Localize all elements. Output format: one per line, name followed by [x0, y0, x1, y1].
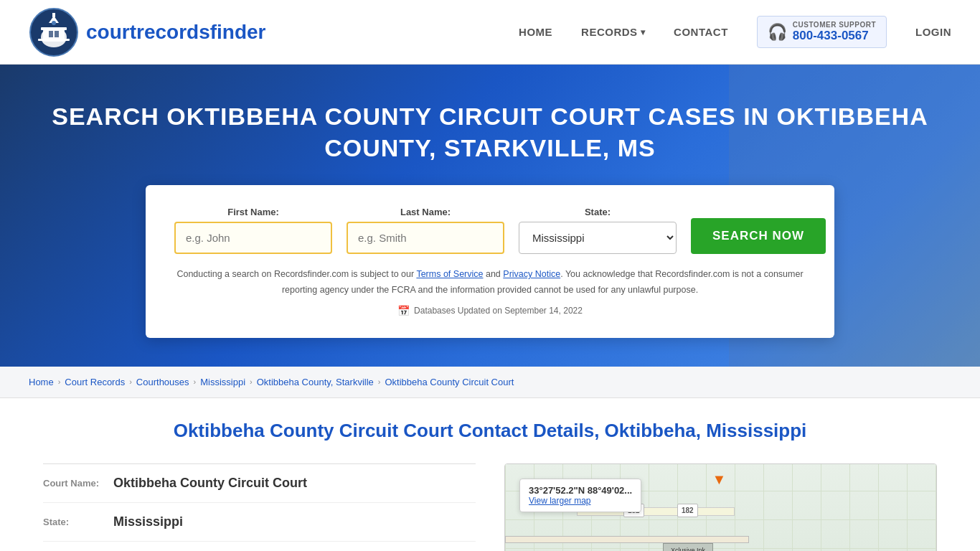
main-content: Oktibbeha County Circuit Court Contact D… [0, 398, 980, 551]
logo-icon [29, 7, 79, 57]
map-building-label: Xclusive InkTattoo Company [659, 547, 717, 551]
breadcrumb-sep-2: › [129, 377, 132, 386]
breadcrumb-sep-1: › [58, 377, 61, 386]
last-name-label: Last Name: [347, 207, 504, 217]
nav-home[interactable]: HOME [519, 26, 552, 38]
court-name-value: Oktibbeha County Circuit Court [113, 476, 307, 491]
svg-point-9 [52, 21, 56, 25]
search-card: First Name: Last Name: State: Mississipp… [146, 185, 834, 338]
view-larger-map-link[interactable]: View larger map [529, 496, 590, 506]
hero-section: SEARCH OKTIBBEHA COUNTY CIRCUIT COURT CA… [0, 65, 980, 367]
map-section: 182 182 Xclusive InkTattoo Company Oktib… [504, 463, 937, 551]
breadcrumb-sep-3: › [194, 377, 197, 386]
last-name-group: Last Name: [347, 207, 504, 254]
breadcrumb-courthouses[interactable]: Courthouses [136, 377, 189, 387]
search-now-button[interactable]: SEARCH NOW [691, 218, 826, 254]
svg-rect-4 [38, 39, 70, 41]
state-group: State: Mississippi Alabama Alaska [519, 207, 677, 254]
map-pin-icon: ▼ [712, 471, 726, 488]
state-select[interactable]: Mississippi Alabama Alaska [519, 222, 677, 254]
court-name-label: Court Name: [43, 478, 108, 489]
svg-rect-3 [41, 27, 67, 30]
search-fields-row: First Name: Last Name: State: Mississipp… [174, 207, 806, 254]
nav-login[interactable]: LOGIN [915, 26, 951, 38]
disclaimer-text: Conducting a search on Recordsfinder.com… [174, 267, 806, 298]
court-name-row: Court Name: Oktibbeha County Circuit Cou… [43, 464, 476, 503]
state-label: State: [519, 207, 677, 217]
headset-icon: 🎧 [768, 23, 787, 42]
nav-contact[interactable]: CONTACT [674, 26, 728, 38]
state-detail-value: Mississippi [113, 514, 183, 529]
nav-records[interactable]: RECORDS ▾ [581, 26, 645, 38]
first-name-group: First Name: [174, 207, 332, 254]
svg-rect-8 [52, 13, 55, 17]
chevron-down-icon: ▾ [641, 27, 646, 37]
content-grid: Court Name: Oktibbeha County Circuit Cou… [43, 463, 937, 551]
breadcrumb-circuit-court[interactable]: Oktibbeha County Circuit Court [385, 377, 514, 387]
hero-title: SEARCH OKTIBBEHA COUNTY CIRCUIT COURT CA… [29, 100, 951, 164]
breadcrumb-home[interactable]: Home [29, 377, 54, 387]
map-coords: 33°27'52.2"N 88°49'02... [529, 485, 632, 496]
logo[interactable]: courtrecordsfinder [29, 7, 266, 57]
site-header: courtrecordsfinder HOME RECORDS ▾ CONTAC… [0, 0, 980, 65]
calendar-icon: 📅 [397, 305, 410, 316]
first-name-label: First Name: [174, 207, 332, 217]
main-nav: HOME RECORDS ▾ CONTACT 🎧 CUSTOMER SUPPOR… [519, 16, 951, 48]
terms-link[interactable]: Terms of Service [416, 269, 483, 279]
state-row: State: Mississippi [43, 503, 476, 542]
map-road-label-182b: 182 [677, 504, 698, 517]
svg-rect-6 [55, 31, 59, 37]
state-detail-label: State: [43, 517, 108, 527]
first-name-input[interactable] [174, 222, 332, 254]
last-name-input[interactable] [347, 222, 504, 254]
breadcrumb-mississippi[interactable]: Mississippi [200, 377, 245, 387]
breadcrumb: Home › Court Records › Courthouses › Mis… [0, 367, 980, 398]
logo-text: courtrecordsfinder [86, 21, 266, 44]
privacy-link[interactable]: Privacy Notice [503, 269, 560, 279]
details-section: Court Name: Oktibbeha County Circuit Cou… [43, 463, 476, 551]
map-tooltip: 33°27'52.2"N 88°49'02... View larger map [519, 479, 641, 512]
breadcrumb-court-records[interactable]: Court Records [65, 377, 125, 387]
page-heading: Oktibbeha County Circuit Court Contact D… [43, 420, 937, 442]
customer-support-block[interactable]: 🎧 CUSTOMER SUPPORT 800-433-0567 [757, 16, 887, 48]
breadcrumb-sep-4: › [250, 377, 253, 386]
breadcrumb-county-starkville[interactable]: Oktibbeha County, Starkville [257, 377, 374, 387]
db-update-text: 📅 Databases Updated on September 14, 202… [174, 305, 806, 316]
svg-rect-5 [49, 31, 53, 37]
breadcrumb-sep-5: › [378, 377, 381, 386]
map-road-2 [505, 536, 749, 543]
support-text: CUSTOMER SUPPORT 800-433-0567 [793, 21, 876, 43]
